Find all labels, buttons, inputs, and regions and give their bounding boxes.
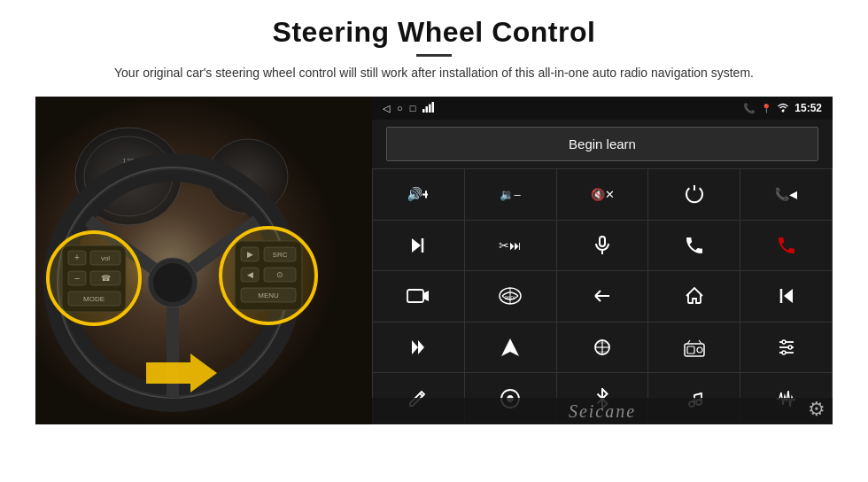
watermark-bar: Seicane	[372, 398, 833, 424]
page-title: Steering Wheel Control	[114, 16, 754, 49]
svg-text:360°: 360°	[505, 295, 516, 300]
subtitle: Your original car's steering wheel contr…	[114, 64, 754, 82]
svg-point-80	[782, 351, 786, 354]
content-area: 120 160 80	[35, 97, 833, 424]
svg-point-72	[697, 347, 702, 353]
svg-point-79	[788, 346, 792, 349]
square-icon: □	[410, 103, 416, 113]
status-bar: ◁ ○ □ 📞 📍	[372, 97, 833, 120]
svg-text:🔉–: 🔉–	[500, 187, 522, 202]
page-container: Steering Wheel Control Your original car…	[0, 0, 868, 482]
svg-marker-62	[412, 340, 418, 354]
svg-line-85	[694, 393, 701, 395]
svg-rect-42	[426, 106, 429, 113]
wifi-icon	[777, 102, 789, 114]
svg-marker-61	[784, 289, 793, 303]
begin-learn-button[interactable]: Begin learn	[386, 127, 818, 161]
end-call-button[interactable]	[740, 221, 832, 271]
svg-text:🔇✕: 🔇✕	[591, 187, 614, 202]
gear-button[interactable]: ⚙	[808, 398, 825, 421]
home-circle-icon: ○	[397, 103, 403, 113]
svg-marker-64	[501, 338, 519, 356]
title-divider	[416, 54, 452, 57]
svg-text:✂⏭: ✂⏭	[499, 238, 522, 253]
svg-marker-50	[412, 238, 421, 253]
back-button[interactable]	[557, 271, 648, 322]
svg-point-39	[221, 228, 316, 323]
settings-sliders-button[interactable]	[740, 323, 832, 373]
360-view-button[interactable]: 360°	[465, 271, 556, 322]
photo-section: 120 160 80	[35, 97, 372, 424]
svg-point-45	[782, 110, 785, 113]
back-arrow-icon: ◁	[383, 103, 390, 114]
svg-point-78	[782, 340, 786, 344]
clock: 15:52	[794, 102, 822, 114]
vol-up-button[interactable]: 🔊+	[373, 169, 464, 220]
signal-icon	[422, 102, 435, 114]
status-left: ◁ ○ □	[383, 102, 435, 114]
location-icon: 📍	[761, 104, 771, 113]
shuffle-button[interactable]: ✂⏭	[465, 221, 556, 271]
svg-rect-71	[687, 346, 694, 354]
watermark-text: Seicane	[569, 401, 636, 422]
skip-back-button[interactable]	[740, 271, 832, 322]
next-track-button[interactable]	[373, 221, 464, 271]
radio-button[interactable]	[648, 323, 740, 373]
eq-button[interactable]	[557, 323, 648, 373]
mic-button[interactable]	[557, 221, 648, 271]
fast-forward-button[interactable]	[373, 323, 464, 373]
svg-rect-53	[600, 237, 605, 246]
prev-call-button[interactable]: 📞◀	[740, 169, 832, 220]
svg-marker-63	[418, 340, 424, 354]
svg-text:🔊+: 🔊+	[408, 186, 428, 202]
svg-rect-44	[432, 102, 435, 113]
svg-point-15	[153, 263, 192, 302]
svg-text:📞◀: 📞◀	[776, 187, 797, 202]
ui-panel: ◁ ○ □ 📞 📍	[372, 97, 833, 424]
vol-down-button[interactable]: 🔉–	[465, 169, 556, 220]
begin-learn-section: Begin learn	[372, 120, 833, 168]
svg-rect-43	[429, 105, 431, 113]
power-button[interactable]	[648, 169, 740, 220]
svg-rect-55	[407, 290, 423, 302]
phone-call-button[interactable]	[648, 221, 740, 271]
steering-wheel-bg: 120 160 80	[35, 97, 372, 424]
nav-button[interactable]	[465, 323, 556, 373]
status-right: 📞 📍 15:52	[743, 102, 822, 114]
vol-mute-button[interactable]: 🔇✕	[557, 169, 648, 220]
steering-wheel-svg: 120 160 80	[35, 97, 372, 424]
svg-point-38	[48, 232, 140, 324]
camera-button[interactable]	[373, 271, 464, 322]
home-button[interactable]	[648, 271, 740, 322]
svg-rect-41	[422, 109, 425, 113]
phone-status-icon: 📞	[743, 103, 756, 114]
title-section: Steering Wheel Control Your original car…	[114, 16, 754, 82]
controls-grid: 🔊+ 🔉– 🔇✕	[372, 168, 833, 424]
